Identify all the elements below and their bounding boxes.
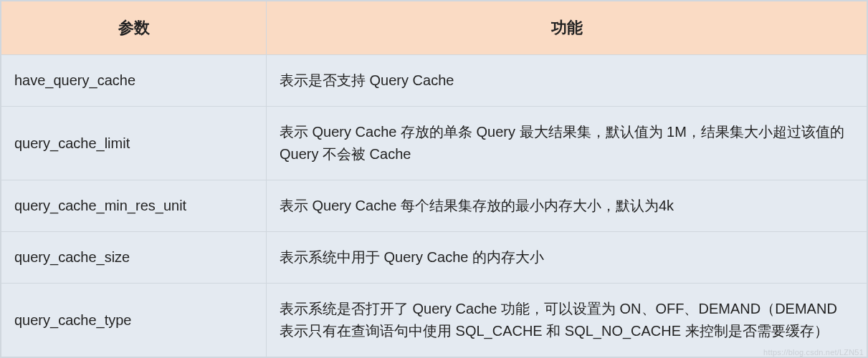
cell-func: 表示系统是否打开了 Query Cache 功能，可以设置为 ON、OFF、DE… — [267, 284, 867, 357]
header-param: 参数 — [1, 1, 267, 55]
table-header-row: 参数 功能 — [1, 1, 867, 55]
table-row: query_cache_min_res_unit 表示 Query Cache … — [1, 180, 867, 232]
cell-func: 表示 Query Cache 存放的单条 Query 最大结果集，默认值为 1M… — [267, 107, 867, 180]
parameter-table: 参数 功能 have_query_cache 表示是否支持 Query Cach… — [1, 1, 867, 357]
table-row: query_cache_type 表示系统是否打开了 Query Cache 功… — [1, 284, 867, 357]
watermark-text: https://blog.csdn.net/LZN51 — [763, 348, 864, 357]
table-row: have_query_cache 表示是否支持 Query Cache — [1, 55, 867, 107]
cell-param: query_cache_type — [1, 284, 267, 357]
cell-param: have_query_cache — [1, 55, 267, 107]
cell-func: 表示是否支持 Query Cache — [267, 55, 867, 107]
table-row: query_cache_size 表示系统中用于 Query Cache 的内存… — [1, 232, 867, 284]
cell-param: query_cache_min_res_unit — [1, 180, 267, 232]
cell-param: query_cache_size — [1, 232, 267, 284]
header-func: 功能 — [267, 1, 867, 55]
table-row: query_cache_limit 表示 Query Cache 存放的单条 Q… — [1, 107, 867, 180]
cell-param: query_cache_limit — [1, 107, 267, 180]
parameter-table-wrapper: 参数 功能 have_query_cache 表示是否支持 Query Cach… — [0, 0, 868, 358]
cell-func: 表示 Query Cache 每个结果集存放的最小内存大小，默认为4k — [267, 180, 867, 232]
cell-func: 表示系统中用于 Query Cache 的内存大小 — [267, 232, 867, 284]
